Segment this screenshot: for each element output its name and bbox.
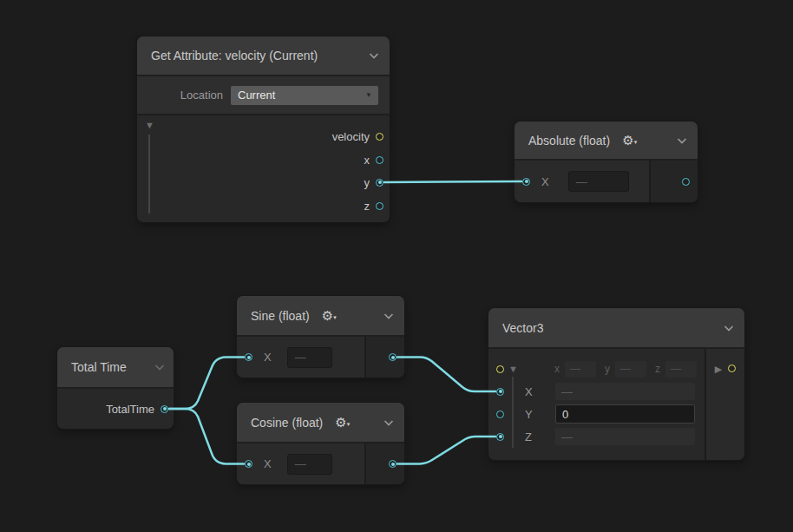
field-value: 0 xyxy=(562,408,568,421)
port-connected-dot xyxy=(499,390,502,393)
node-title: Absolute (float) xyxy=(528,134,610,148)
node-sine-float[interactable]: Sine (float) ⚙▾ X — xyxy=(237,296,404,378)
chevron-down-icon[interactable] xyxy=(677,137,687,144)
input-label: X xyxy=(541,175,549,188)
node-absolute-float[interactable]: Absolute (float) ⚙▾ X — xyxy=(514,122,698,202)
port-connected-dot xyxy=(391,356,395,359)
port-x-input[interactable] xyxy=(496,388,504,396)
port-connected-dot xyxy=(247,356,251,359)
x-label: X xyxy=(525,385,537,398)
compact-x-label: x xyxy=(554,363,560,375)
wire-totaltime-to-cosine-x[interactable] xyxy=(169,409,244,464)
location-dropdown-value: Current xyxy=(238,89,275,102)
port-totaltime-output[interactable] xyxy=(161,405,168,413)
port-connected-dot xyxy=(378,181,382,184)
node-title: Get Attribute: velocity (Current) xyxy=(151,49,318,62)
vfx-graph-canvas[interactable]: Get Attribute: velocity (Current) Locati… xyxy=(0,0,793,532)
node-body: ▼ velocity x y z xyxy=(137,115,390,220)
compact-x-group: x — xyxy=(554,361,596,378)
chevron-down-icon[interactable] xyxy=(383,312,394,319)
port-vector3-input[interactable] xyxy=(496,365,504,373)
port-result-output[interactable] xyxy=(682,178,690,186)
node-get-attribute-velocity[interactable]: Get Attribute: velocity (Current) Locati… xyxy=(137,36,390,222)
node-title-bar[interactable]: Cosine (float) ⚙▾ xyxy=(237,403,404,443)
node-title-bar[interactable]: Absolute (float) ⚙▾ xyxy=(514,122,698,161)
location-dropdown[interactable]: Current ▼ xyxy=(231,86,378,105)
x-value-field[interactable]: — xyxy=(555,383,695,400)
x-value-field[interactable]: — xyxy=(287,347,332,368)
output-section xyxy=(651,161,698,202)
node-title-bar[interactable]: Vector3 xyxy=(488,308,744,349)
field-value: — xyxy=(620,363,631,375)
input-section: X — xyxy=(237,337,364,378)
compact-z-field[interactable]: — xyxy=(665,361,697,378)
node-body: X — xyxy=(237,337,404,378)
chevron-down-icon[interactable] xyxy=(154,364,165,371)
z-label: Z xyxy=(525,430,537,443)
node-body: ▼ x — y — z — xyxy=(488,349,744,460)
foldout-line xyxy=(148,135,150,213)
port-y-input[interactable] xyxy=(496,410,504,418)
port-label: x xyxy=(364,154,370,167)
compact-y-field[interactable]: — xyxy=(615,361,646,378)
input-section: X — xyxy=(237,443,364,484)
field-value: — xyxy=(561,385,573,398)
wire-sine-to-vector3-x[interactable] xyxy=(397,358,495,392)
z-value-field[interactable]: — xyxy=(555,428,695,445)
port-label: TotalTime xyxy=(106,403,154,416)
gear-caret-icon: ▾ xyxy=(347,421,351,427)
node-total-time[interactable]: Total Time TotalTime xyxy=(57,347,174,429)
y-value-field[interactable]: 0 xyxy=(555,404,695,424)
compact-xyz-fields: x — y — z — xyxy=(554,361,697,378)
expander-triangle-icon[interactable]: ▼ xyxy=(145,120,154,130)
wire-velocity-y-to-absolute-x[interactable] xyxy=(384,181,521,182)
settings-gear-icon[interactable]: ⚙▾ xyxy=(622,134,637,147)
port-label: velocity xyxy=(332,130,370,143)
compact-x-field[interactable]: — xyxy=(565,361,596,378)
port-connected-dot xyxy=(499,435,502,438)
compact-z-label: z xyxy=(655,363,660,375)
x-value-field[interactable]: — xyxy=(568,171,629,192)
x-value-field[interactable]: — xyxy=(287,454,332,475)
settings-row: Location Current ▼ xyxy=(137,76,390,115)
port-z-input[interactable] xyxy=(496,433,504,441)
settings-gear-icon[interactable]: ⚙▾ xyxy=(335,416,350,429)
port-z-output[interactable] xyxy=(376,202,383,210)
node-vector3[interactable]: Vector3 ▼ x — y — z xyxy=(488,308,744,460)
node-title-bar[interactable]: Total Time xyxy=(57,347,174,389)
node-body: X — xyxy=(237,443,404,484)
port-x-input[interactable] xyxy=(245,460,252,468)
port-x-output[interactable] xyxy=(376,156,383,164)
node-title-bar[interactable]: Sine (float) ⚙▾ xyxy=(237,296,404,337)
settings-gear-icon[interactable]: ⚙▾ xyxy=(322,309,337,322)
chevron-down-icon[interactable] xyxy=(724,325,734,332)
node-title: Sine (float) xyxy=(251,309,310,323)
node-title: Total Time xyxy=(71,360,127,374)
chevron-down-icon[interactable] xyxy=(369,52,379,59)
port-velocity-output[interactable] xyxy=(376,133,383,141)
port-x-input[interactable] xyxy=(522,178,530,186)
port-label: y xyxy=(364,176,370,189)
chevron-down-icon[interactable] xyxy=(383,419,394,426)
field-value: — xyxy=(561,430,573,443)
node-body: X — xyxy=(514,161,698,202)
port-result-output[interactable] xyxy=(389,353,396,361)
field-value: — xyxy=(570,363,580,375)
port-y-output[interactable] xyxy=(376,179,383,187)
expander-triangle-icon[interactable]: ▼ xyxy=(508,364,518,374)
wire-totaltime-to-sine-x[interactable] xyxy=(169,358,244,410)
output-row-x: x xyxy=(364,148,384,171)
port-connected-dot xyxy=(391,463,395,466)
location-label: Location xyxy=(180,89,223,102)
dropdown-arrow-icon: ▼ xyxy=(365,91,372,99)
port-x-input[interactable] xyxy=(245,353,252,361)
space-toggle-icon[interactable]: ▶ xyxy=(715,365,722,373)
output-section: ▶ xyxy=(705,349,744,460)
field-value: — xyxy=(576,175,587,188)
port-result-output[interactable] xyxy=(389,460,396,468)
wire-cosine-to-vector3-z[interactable] xyxy=(397,437,495,464)
node-title-bar[interactable]: Get Attribute: velocity (Current) xyxy=(137,36,390,76)
output-row-y: y xyxy=(364,171,384,194)
port-vector3-output[interactable] xyxy=(728,365,736,372)
node-cosine-float[interactable]: Cosine (float) ⚙▾ X — xyxy=(237,403,404,484)
